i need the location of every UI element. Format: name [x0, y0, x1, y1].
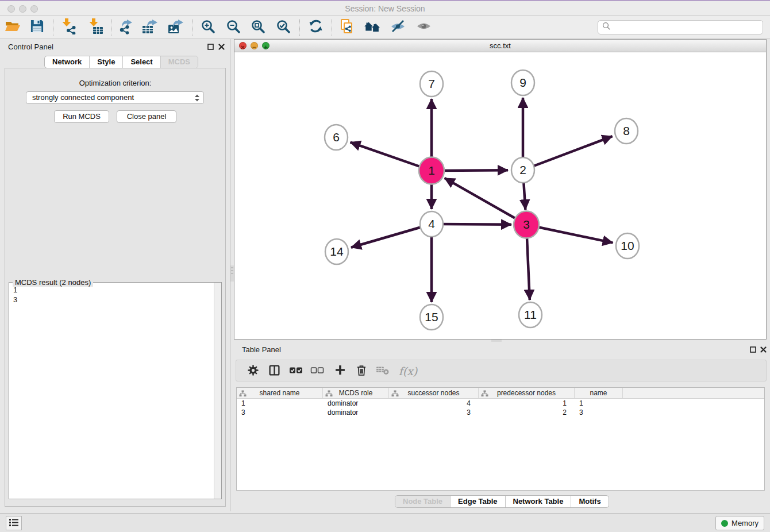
export-table-button[interactable] [140, 17, 160, 37]
search-icon [602, 22, 611, 33]
table-cell[interactable]: dominator [323, 408, 389, 417]
graph-node-8[interactable]: 8 [615, 118, 638, 144]
zoom-in-button[interactable] [198, 17, 218, 37]
graph-node-7[interactable]: 7 [420, 71, 443, 97]
tab-network-table[interactable]: Network Table [505, 496, 571, 507]
tab-network[interactable]: Network [45, 56, 89, 68]
float-table-panel-icon[interactable] [749, 346, 757, 353]
table-cell[interactable]: 3 [237, 408, 323, 417]
svg-text:9: 9 [519, 76, 526, 89]
table-row[interactable]: 1dominator411 [237, 399, 764, 408]
svg-text:6: 6 [333, 130, 340, 144]
table-panel-tabs: Node TableEdge TableNetwork TableMotifs [395, 495, 609, 508]
float-panel-icon[interactable] [207, 43, 214, 51]
table-cell[interactable]: 1 [237, 399, 323, 408]
add-column-button[interactable] [332, 363, 349, 379]
refresh-button[interactable] [305, 17, 326, 37]
column-header-MCDS-role[interactable]: MCDS role [323, 388, 389, 398]
save-session-button[interactable] [26, 17, 47, 37]
svg-text:14: 14 [330, 245, 344, 258]
result-scrollbar[interactable] [214, 283, 221, 499]
table-cell[interactable]: 2 [479, 408, 575, 417]
criterion-select[interactable]: strongly connected component [26, 91, 204, 104]
graph-node-6[interactable]: 6 [325, 125, 348, 150]
graph-node-15[interactable]: 15 [420, 304, 443, 330]
save-floppy-icon [30, 19, 44, 36]
splitter-handle-vertical[interactable] [230, 265, 234, 282]
run-mcds-button[interactable]: Run MCDS [54, 110, 109, 123]
column-header-predecessor-nodes[interactable]: predecessor nodes [479, 388, 575, 398]
graph-node-14[interactable]: 14 [325, 239, 348, 264]
tab-motifs[interactable]: Motifs [571, 496, 608, 507]
table-cell[interactable]: 1 [479, 399, 575, 408]
open-session-button[interactable] [2, 17, 23, 37]
svg-text:2: 2 [519, 163, 526, 176]
column-header-successor-nodes[interactable]: successor nodes [389, 388, 479, 398]
column-header-filler [623, 388, 764, 398]
close-panel-icon[interactable] [218, 43, 225, 51]
column-header-name[interactable]: name [575, 388, 623, 398]
svg-text:10: 10 [621, 239, 634, 252]
zoom-selected-button[interactable] [273, 17, 294, 37]
export-network-button[interactable] [115, 17, 136, 37]
table-settings-button[interactable] [244, 363, 261, 379]
graph-node-3[interactable]: 3 [514, 211, 539, 238]
export-image-icon [167, 18, 184, 37]
table-row[interactable]: 3dominator323 [237, 408, 764, 417]
split-columns-button[interactable] [265, 363, 283, 379]
toolbar-separator [53, 19, 53, 36]
status-bar: Memory [0, 513, 770, 532]
close-panel-button[interactable]: Close panel [117, 110, 176, 123]
import-table-button[interactable] [85, 17, 106, 37]
memory-button[interactable]: Memory [715, 516, 764, 530]
deselect-all-button[interactable] [309, 363, 326, 379]
tab-select[interactable]: Select [122, 56, 160, 68]
network-graph-canvas[interactable]: 7968124314101511 [234, 52, 766, 339]
import-table-icon [87, 18, 103, 37]
home-button[interactable] [362, 17, 383, 37]
clone-network-button[interactable] [337, 17, 357, 37]
svg-text:11: 11 [524, 308, 537, 321]
close-table-panel-icon[interactable] [760, 346, 767, 353]
table-cell[interactable]: 3 [575, 408, 623, 417]
tab-edge-table[interactable]: Edge Table [450, 496, 505, 507]
hide-graphics-button[interactable] [387, 17, 408, 37]
graph-node-1[interactable]: 1 [419, 157, 444, 184]
delete-table-button[interactable] [374, 363, 391, 379]
table-cell[interactable]: 4 [389, 399, 479, 408]
tab-style[interactable]: Style [89, 56, 122, 68]
mcds-panel: Optimization criterion: strongly connect… [5, 68, 226, 507]
table-cell[interactable]: 3 [389, 408, 479, 417]
mcds-result-list: 13 [13, 285, 17, 304]
hierarchy-icon [325, 390, 333, 398]
search-field[interactable] [598, 20, 763, 34]
eye-slash-icon [390, 18, 406, 36]
toolbar-separator [332, 19, 332, 36]
table-cell[interactable]: dominator [323, 399, 389, 408]
graph-edge-2-8[interactable] [523, 136, 613, 170]
import-network-button[interactable] [58, 17, 79, 37]
zoom-fit-button[interactable] [248, 17, 268, 37]
select-all-button[interactable] [287, 363, 305, 379]
tab-mcds[interactable]: MCDS [160, 56, 198, 68]
delete-column-button[interactable] [353, 363, 370, 379]
graph-node-4[interactable]: 4 [420, 211, 443, 237]
tab-node-table[interactable]: Node Table [395, 496, 450, 507]
search-input[interactable] [614, 22, 763, 33]
graph-node-10[interactable]: 10 [616, 233, 639, 259]
column-header-shared-name[interactable]: shared name [237, 388, 323, 398]
show-graphics-button[interactable] [413, 17, 434, 37]
graph-node-11[interactable]: 11 [519, 302, 542, 327]
graph-edge-3-1[interactable] [445, 178, 526, 225]
function-builder-button[interactable]: f(x) [396, 363, 420, 379]
task-history-button[interactable] [6, 516, 22, 530]
graph-node-2[interactable]: 2 [511, 157, 534, 183]
zoom-out-button[interactable] [223, 17, 244, 37]
graph-node-9[interactable]: 9 [511, 70, 534, 95]
export-image-button[interactable] [165, 17, 186, 37]
graph-edge-4-14[interactable] [351, 224, 432, 248]
node-table-body: 1dominator4113dominator323 [237, 399, 764, 417]
zoom-in-icon [201, 19, 215, 36]
table-cell[interactable]: 1 [575, 399, 623, 408]
node-table[interactable]: shared nameMCDS rolesuccessor nodesprede… [236, 387, 765, 491]
